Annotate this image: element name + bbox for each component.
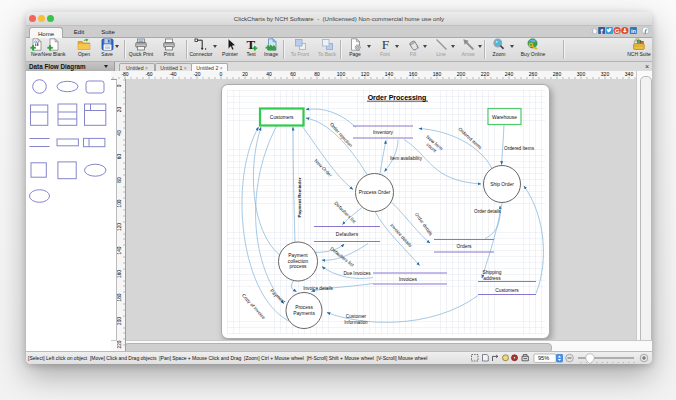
svg-text:Shipping: Shipping (482, 269, 501, 274)
svg-text:Copy of invoice: Copy of invoice (241, 292, 266, 319)
svg-text:60: 60 (290, 71, 296, 77)
svg-text:200: 200 (457, 71, 466, 77)
svg-text:180: 180 (117, 293, 122, 301)
svg-text:Due Invoices: Due Invoices (343, 271, 371, 276)
svg-text:300: 300 (577, 71, 586, 77)
svg-text:Payments: Payments (293, 310, 315, 315)
svg-text:F: F (381, 38, 389, 51)
svg-text:address: address (483, 275, 501, 280)
svg-text:Order rejection: Order rejection (329, 121, 354, 148)
svg-text:process: process (289, 264, 307, 269)
svg-text:Item availability: Item availability (390, 156, 423, 161)
svg-text:Defaulters list: Defaulters list (333, 200, 357, 224)
svg-text:40: 40 (266, 71, 272, 77)
svg-text:Ordered Items: Ordered Items (504, 146, 535, 151)
svg-text:Customers: Customers (495, 287, 519, 292)
svg-text:Invoice details: Invoice details (303, 286, 333, 291)
svg-text:Customer: Customer (346, 313, 367, 318)
svg-text:160: 160 (117, 270, 122, 278)
svg-text:Payment Reminder: Payment Reminder (297, 177, 302, 217)
svg-text:Customers: Customers (270, 115, 294, 120)
svg-text:200: 200 (117, 317, 122, 325)
svg-text:-80: -80 (121, 71, 128, 77)
svg-text:Order details: Order details (414, 211, 434, 236)
svg-text:80: 80 (117, 177, 122, 183)
svg-text:G: G (615, 26, 620, 33)
svg-text:220: 220 (481, 71, 490, 77)
svg-text:New Order: New Order (313, 158, 333, 178)
svg-text:180: 180 (433, 71, 442, 77)
svg-text:240: 240 (505, 71, 514, 77)
svg-text:280: 280 (553, 71, 562, 77)
svg-text:Information: Information (344, 319, 368, 324)
svg-text:260: 260 (529, 71, 538, 77)
svg-text:Ordered items: Ordered items (457, 126, 483, 150)
svg-text:120: 120 (361, 71, 370, 77)
svg-text:Invoices: Invoices (399, 277, 417, 282)
svg-text:Process Order: Process Order (359, 190, 391, 195)
svg-text:140: 140 (385, 71, 394, 77)
svg-text:0: 0 (220, 71, 223, 77)
svg-text:220: 220 (117, 340, 122, 348)
svg-text:Defaulters list: Defaulters list (329, 246, 355, 268)
svg-text:Warehouse: Warehouse (492, 114, 517, 119)
svg-text:Ship Order: Ship Order (490, 181, 514, 186)
svg-text:Process: Process (295, 305, 313, 310)
svg-text:80: 80 (314, 71, 320, 77)
svg-text:40: 40 (117, 130, 122, 136)
svg-text:340: 340 (625, 71, 634, 77)
svg-text:0: 0 (117, 84, 122, 87)
svg-text:in: in (631, 28, 637, 34)
svg-text:100: 100 (337, 71, 346, 77)
svg-text:60: 60 (117, 154, 122, 160)
svg-text:140: 140 (117, 246, 122, 254)
svg-text:160: 160 (409, 71, 418, 77)
svg-text:-60: -60 (145, 71, 152, 77)
svg-text:Orders: Orders (457, 244, 473, 249)
svg-text:Order details: Order details (474, 209, 501, 214)
svg-text:120: 120 (117, 223, 122, 231)
svg-text:Order Processing: Order Processing (368, 93, 427, 101)
svg-text:320: 320 (601, 71, 610, 77)
svg-text:Payment: Payment (288, 253, 308, 258)
svg-text:-40: -40 (169, 71, 176, 77)
svg-text:Defaulters: Defaulters (336, 232, 359, 237)
svg-text:20: 20 (117, 107, 122, 113)
svg-text:Inventory: Inventory (373, 130, 394, 135)
svg-text:95%: 95% (538, 355, 549, 361)
svg-text:100: 100 (117, 199, 122, 207)
svg-text:-20: -20 (193, 71, 200, 77)
svg-text:20: 20 (242, 71, 248, 77)
svg-text:Payment: Payment (269, 288, 287, 305)
svg-text:collection: collection (288, 258, 309, 263)
